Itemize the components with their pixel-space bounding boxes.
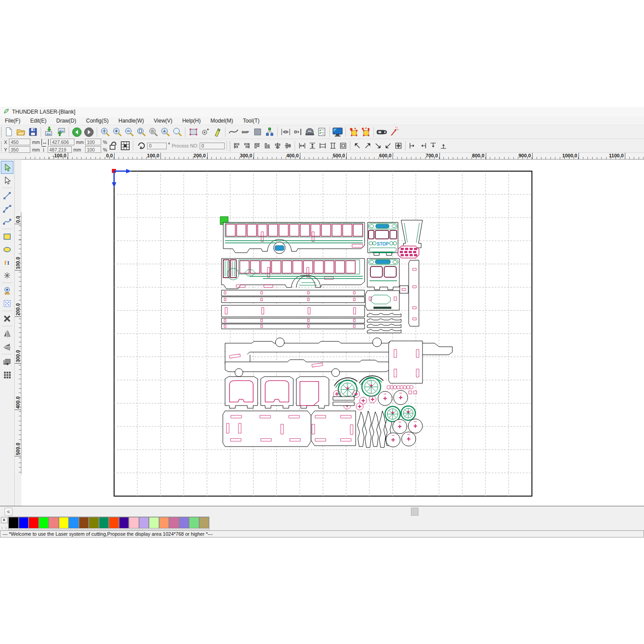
fill-tool-button[interactable] — [251, 126, 263, 138]
bmp-tool-button[interactable]: BMP — [239, 126, 251, 138]
scale-x-field[interactable] — [85, 139, 101, 145]
align-hcenter-button[interactable] — [283, 141, 293, 151]
preview-monitor-button[interactable] — [332, 126, 344, 138]
export-button[interactable] — [55, 126, 67, 138]
color-swatch-2[interactable] — [29, 517, 39, 529]
align-top-button[interactable] — [252, 141, 262, 151]
space-h-equal-button[interactable] — [297, 141, 307, 151]
width-field[interactable] — [50, 139, 74, 145]
bumper-piece[interactable] — [365, 291, 399, 310]
lock-ratio-button[interactable] — [107, 140, 119, 152]
color-swatch-17[interactable] — [179, 517, 189, 529]
mirror-horizontal-tool[interactable] — [1, 327, 13, 340]
roof-floor-planks[interactable] — [222, 290, 365, 329]
zoom-pan-button[interactable] — [99, 126, 111, 138]
import-button[interactable] — [43, 126, 55, 138]
color-swatch-12[interactable] — [129, 517, 139, 529]
rectangle-tool[interactable] — [1, 230, 13, 243]
zoom-page-button[interactable] — [135, 126, 147, 138]
bus-front-panel[interactable]: STOP — [368, 222, 398, 255]
delete-tool[interactable] — [1, 312, 13, 325]
color-swatch-8[interactable] — [89, 517, 99, 529]
to-top-left-button[interactable] — [352, 141, 362, 151]
bus-rear-panel[interactable] — [367, 258, 399, 290]
menu-edit[interactable]: Edit(E) — [25, 118, 52, 124]
line-tool[interactable] — [1, 189, 13, 202]
offset-tool[interactable] — [1, 355, 13, 368]
capture-camera-tool[interactable] — [1, 284, 13, 297]
select-frame-button[interactable] — [187, 126, 199, 138]
color-swatch-11[interactable] — [119, 517, 129, 529]
space-v-equal-button[interactable] — [307, 141, 317, 151]
floor-panel-1[interactable] — [223, 411, 311, 447]
to-top-right-button[interactable] — [362, 141, 373, 151]
color-swatch-4[interactable] — [49, 517, 59, 529]
node-tree-button[interactable] — [263, 126, 275, 138]
menu-handle[interactable]: Handle(W) — [114, 118, 149, 124]
to-top-edge-button[interactable] — [428, 141, 438, 151]
color-swatch-3[interactable] — [39, 517, 49, 529]
angle-field[interactable] — [147, 143, 167, 149]
simulate-button[interactable] — [348, 126, 360, 138]
color-swatch-16[interactable] — [169, 517, 179, 529]
seat-panel-1[interactable] — [225, 377, 258, 408]
align-edge-h-button[interactable] — [291, 126, 304, 138]
scroll-left-button[interactable]: < — [4, 508, 12, 516]
process-no-field[interactable] — [200, 143, 225, 149]
next-view-button[interactable] — [83, 126, 95, 138]
polyline-tool[interactable] — [1, 202, 13, 215]
menu-draw[interactable]: Draw(D) — [51, 118, 81, 124]
align-left-button[interactable] — [231, 141, 242, 151]
align-vcenter-button[interactable] — [272, 141, 283, 151]
laser-position-button[interactable] — [388, 126, 400, 138]
scrollbar-thumb[interactable] — [411, 508, 418, 516]
bezier-tool[interactable] — [1, 215, 13, 228]
work-list-button[interactable] — [316, 126, 328, 138]
select-tool[interactable] — [1, 161, 13, 174]
bus-side-panel-1[interactable] — [223, 222, 365, 254]
zoom-tool-button[interactable] — [171, 126, 183, 138]
canvas-workspace[interactable]: STOP — [21, 160, 644, 506]
mirror-vertical-tool[interactable] — [1, 340, 13, 353]
color-swatch-1[interactable] — [19, 517, 29, 529]
to-bottom-left-button[interactable] — [383, 141, 393, 151]
menu-view[interactable]: View(V) — [149, 118, 177, 124]
node-edit-tool[interactable] — [1, 174, 13, 187]
same-width-button[interactable] — [317, 141, 328, 151]
new-file-button[interactable] — [3, 126, 15, 138]
color-swatch-5[interactable] — [59, 517, 69, 529]
point-tool[interactable] — [1, 269, 13, 282]
curve-tool-button[interactable] — [227, 126, 239, 138]
to-left-edge-button[interactable] — [407, 141, 418, 151]
windshield-piece[interactable] — [401, 220, 422, 248]
align-bottom-button[interactable] — [262, 141, 272, 151]
color-swatch-15[interactable] — [159, 517, 169, 529]
distribute-h-button[interactable] — [279, 126, 291, 138]
menu-config[interactable]: Config(S) — [81, 118, 114, 124]
color-swatch-10[interactable] — [109, 517, 119, 529]
height-field[interactable] — [48, 146, 72, 153]
machine-output-button[interactable] — [304, 126, 316, 138]
text-tool[interactable]: fI — [1, 256, 13, 269]
virtual-array-tool[interactable] — [1, 368, 13, 381]
seat-panel-2[interactable] — [261, 377, 293, 408]
color-swatch-19[interactable] — [199, 517, 209, 529]
color-swatch-18[interactable] — [189, 517, 199, 529]
seat-panel-3[interactable] — [296, 377, 329, 408]
anchor-grid-button[interactable] — [119, 140, 131, 152]
to-bottom-right-button[interactable] — [373, 141, 383, 151]
y-position-field[interactable] — [9, 146, 30, 153]
menu-model[interactable]: Model(M) — [205, 118, 238, 124]
simulate-output-button[interactable] — [360, 126, 372, 138]
color-swatch-7[interactable] — [79, 517, 89, 529]
edit-node-button[interactable] — [199, 126, 211, 138]
color-swatch-0[interactable] — [8, 517, 19, 529]
ellipse-tool[interactable] — [1, 243, 13, 256]
same-height-button[interactable] — [328, 141, 338, 151]
pen-edit-button[interactable] — [211, 126, 223, 138]
device-camera-button[interactable] — [376, 126, 388, 138]
floor-plate[interactable] — [389, 341, 422, 383]
open-file-button[interactable] — [15, 126, 27, 138]
zoom-out-button[interactable] — [123, 126, 135, 138]
color-swatch-14[interactable] — [149, 517, 159, 529]
